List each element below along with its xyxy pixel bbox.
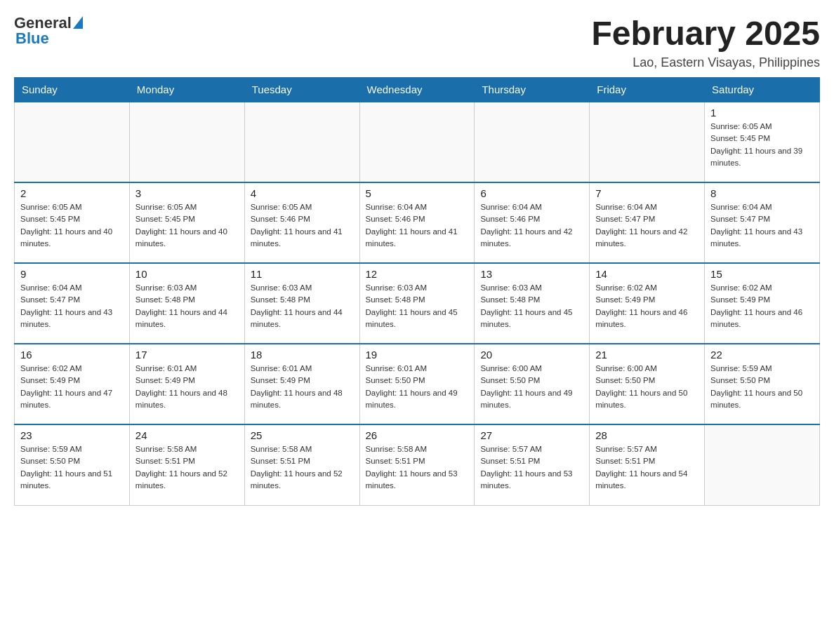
day-number: 7 — [595, 187, 699, 199]
calendar-cell: 6Sunrise: 6:04 AMSunset: 5:46 PMDaylight… — [475, 182, 590, 263]
calendar-cell: 9Sunrise: 6:04 AMSunset: 5:47 PMDaylight… — [15, 263, 130, 344]
calendar-cell: 5Sunrise: 6:04 AMSunset: 5:46 PMDaylight… — [359, 182, 475, 263]
day-number: 11 — [251, 268, 354, 280]
calendar-cell: 14Sunrise: 6:02 AMSunset: 5:49 PMDayligh… — [590, 263, 705, 344]
calendar-cell: 13Sunrise: 6:03 AMSunset: 5:48 PMDayligh… — [475, 263, 590, 344]
calendar-cell: 2Sunrise: 6:05 AMSunset: 5:45 PMDaylight… — [15, 182, 130, 263]
calendar-cell: 21Sunrise: 6:00 AMSunset: 5:50 PMDayligh… — [590, 344, 705, 424]
day-info: Sunrise: 6:02 AMSunset: 5:49 PMDaylight:… — [710, 282, 814, 330]
weekday-header-friday: Friday — [590, 78, 705, 102]
day-info: Sunrise: 6:00 AMSunset: 5:50 PMDaylight:… — [480, 363, 583, 411]
day-number: 28 — [595, 429, 699, 441]
day-info: Sunrise: 6:04 AMSunset: 5:47 PMDaylight:… — [20, 282, 124, 330]
calendar-cell: 27Sunrise: 5:57 AMSunset: 5:51 PMDayligh… — [475, 424, 590, 505]
weekday-header-sunday: Sunday — [15, 78, 130, 102]
day-number: 22 — [710, 349, 814, 361]
weekday-header-saturday: Saturday — [705, 78, 820, 102]
calendar-cell: 16Sunrise: 6:02 AMSunset: 5:49 PMDayligh… — [15, 344, 130, 424]
calendar-cell — [705, 424, 820, 505]
calendar-cell: 8Sunrise: 6:04 AMSunset: 5:47 PMDaylight… — [705, 182, 820, 263]
day-info: Sunrise: 6:05 AMSunset: 5:45 PMDaylight:… — [20, 201, 124, 250]
day-number: 6 — [480, 187, 583, 199]
calendar-week-3: 9Sunrise: 6:04 AMSunset: 5:47 PMDaylight… — [15, 263, 820, 344]
day-info: Sunrise: 6:02 AMSunset: 5:49 PMDaylight:… — [20, 363, 124, 411]
weekday-header-wednesday: Wednesday — [359, 78, 475, 102]
day-number: 4 — [251, 187, 354, 199]
day-number: 26 — [366, 429, 469, 441]
day-number: 15 — [710, 268, 814, 280]
calendar-week-5: 23Sunrise: 5:59 AMSunset: 5:50 PMDayligh… — [15, 424, 820, 505]
calendar-cell: 20Sunrise: 6:00 AMSunset: 5:50 PMDayligh… — [475, 344, 590, 424]
calendar-cell: 19Sunrise: 6:01 AMSunset: 5:50 PMDayligh… — [359, 344, 475, 424]
day-number: 27 — [480, 429, 583, 441]
day-info: Sunrise: 5:59 AMSunset: 5:50 PMDaylight:… — [20, 443, 124, 492]
calendar-cell: 4Sunrise: 6:05 AMSunset: 5:46 PMDaylight… — [244, 182, 359, 263]
logo: General Blue — [14, 14, 83, 48]
calendar-cell: 7Sunrise: 6:04 AMSunset: 5:47 PMDaylight… — [590, 182, 705, 263]
day-number: 14 — [595, 268, 699, 280]
day-info: Sunrise: 6:03 AMSunset: 5:48 PMDaylight:… — [366, 282, 469, 330]
day-number: 18 — [251, 349, 354, 361]
calendar-cell: 3Sunrise: 6:05 AMSunset: 5:45 PMDaylight… — [129, 182, 244, 263]
day-number: 16 — [20, 349, 124, 361]
calendar-cell — [359, 102, 475, 182]
weekday-header-tuesday: Tuesday — [244, 78, 359, 102]
day-info: Sunrise: 6:01 AMSunset: 5:49 PMDaylight:… — [251, 363, 354, 411]
calendar-cell: 24Sunrise: 5:58 AMSunset: 5:51 PMDayligh… — [129, 424, 244, 505]
calendar-week-2: 2Sunrise: 6:05 AMSunset: 5:45 PMDaylight… — [15, 182, 820, 263]
day-number: 19 — [366, 349, 469, 361]
day-number: 10 — [135, 268, 239, 280]
calendar-cell: 23Sunrise: 5:59 AMSunset: 5:50 PMDayligh… — [15, 424, 130, 505]
day-number: 20 — [480, 349, 583, 361]
page-header: General Blue February 2025 Lao, Eastern … — [14, 14, 820, 70]
day-number: 13 — [480, 268, 583, 280]
day-info: Sunrise: 6:00 AMSunset: 5:50 PMDaylight:… — [595, 363, 699, 411]
day-number: 24 — [135, 429, 239, 441]
day-info: Sunrise: 5:57 AMSunset: 5:51 PMDaylight:… — [480, 443, 583, 492]
calendar-cell — [244, 102, 359, 182]
calendar-cell: 12Sunrise: 6:03 AMSunset: 5:48 PMDayligh… — [359, 263, 475, 344]
day-info: Sunrise: 6:01 AMSunset: 5:49 PMDaylight:… — [135, 363, 239, 411]
day-number: 12 — [366, 268, 469, 280]
day-info: Sunrise: 6:05 AMSunset: 5:46 PMDaylight:… — [251, 201, 354, 250]
calendar-cell: 22Sunrise: 5:59 AMSunset: 5:50 PMDayligh… — [705, 344, 820, 424]
day-info: Sunrise: 6:05 AMSunset: 5:45 PMDaylight:… — [710, 121, 814, 169]
calendar-cell — [475, 102, 590, 182]
day-number: 23 — [20, 429, 124, 441]
month-title: February 2025 — [591, 14, 820, 53]
day-number: 5 — [366, 187, 469, 199]
day-info: Sunrise: 6:04 AMSunset: 5:46 PMDaylight:… — [366, 201, 469, 250]
calendar-table: SundayMondayTuesdayWednesdayThursdayFrid… — [14, 77, 820, 506]
weekday-header-monday: Monday — [129, 78, 244, 102]
day-number: 25 — [251, 429, 354, 441]
day-number: 9 — [20, 268, 124, 280]
day-number: 2 — [20, 187, 124, 199]
day-info: Sunrise: 6:04 AMSunset: 5:47 PMDaylight:… — [710, 201, 814, 250]
weekday-header-thursday: Thursday — [475, 78, 590, 102]
day-info: Sunrise: 5:58 AMSunset: 5:51 PMDaylight:… — [366, 443, 469, 492]
calendar-cell: 11Sunrise: 6:03 AMSunset: 5:48 PMDayligh… — [244, 263, 359, 344]
calendar-cell — [590, 102, 705, 182]
calendar-week-4: 16Sunrise: 6:02 AMSunset: 5:49 PMDayligh… — [15, 344, 820, 424]
day-info: Sunrise: 6:04 AMSunset: 5:47 PMDaylight:… — [595, 201, 699, 250]
calendar-week-1: 1Sunrise: 6:05 AMSunset: 5:45 PMDaylight… — [15, 102, 820, 182]
calendar-cell — [15, 102, 130, 182]
day-info: Sunrise: 5:58 AMSunset: 5:51 PMDaylight:… — [251, 443, 354, 492]
day-info: Sunrise: 6:03 AMSunset: 5:48 PMDaylight:… — [251, 282, 354, 330]
weekday-header-row: SundayMondayTuesdayWednesdayThursdayFrid… — [15, 78, 820, 102]
calendar-cell: 26Sunrise: 5:58 AMSunset: 5:51 PMDayligh… — [359, 424, 475, 505]
day-info: Sunrise: 6:03 AMSunset: 5:48 PMDaylight:… — [480, 282, 583, 330]
calendar-cell: 10Sunrise: 6:03 AMSunset: 5:48 PMDayligh… — [129, 263, 244, 344]
calendar-cell: 18Sunrise: 6:01 AMSunset: 5:49 PMDayligh… — [244, 344, 359, 424]
day-info: Sunrise: 6:05 AMSunset: 5:45 PMDaylight:… — [135, 201, 239, 250]
day-info: Sunrise: 5:57 AMSunset: 5:51 PMDaylight:… — [595, 443, 699, 492]
day-info: Sunrise: 6:04 AMSunset: 5:46 PMDaylight:… — [480, 201, 583, 250]
logo-triangle-icon — [73, 16, 83, 29]
day-info: Sunrise: 6:01 AMSunset: 5:50 PMDaylight:… — [366, 363, 469, 411]
title-area: February 2025 Lao, Eastern Visayas, Phil… — [591, 14, 820, 70]
calendar-cell: 15Sunrise: 6:02 AMSunset: 5:49 PMDayligh… — [705, 263, 820, 344]
day-number: 17 — [135, 349, 239, 361]
day-number: 1 — [710, 107, 814, 119]
day-info: Sunrise: 6:03 AMSunset: 5:48 PMDaylight:… — [135, 282, 239, 330]
calendar-cell: 25Sunrise: 5:58 AMSunset: 5:51 PMDayligh… — [244, 424, 359, 505]
